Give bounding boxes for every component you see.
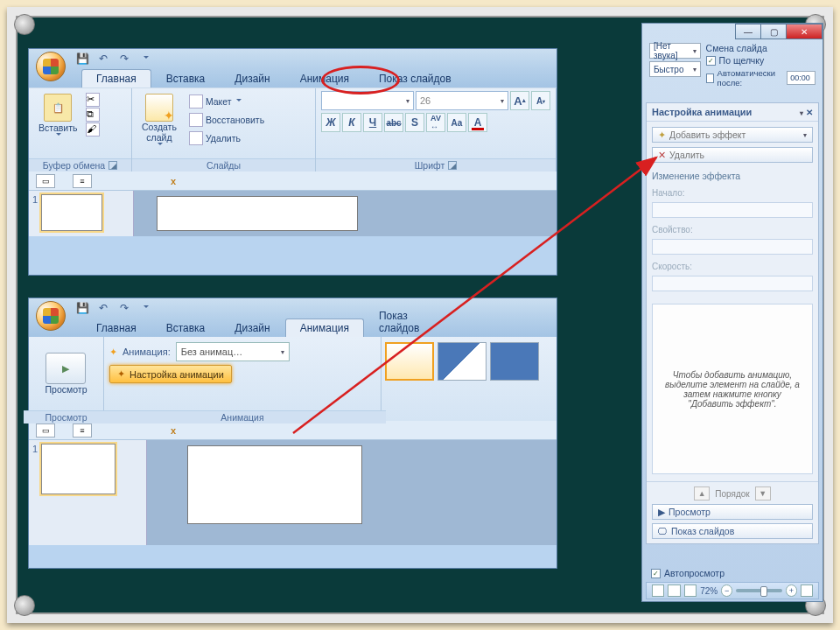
tab-design[interactable]: Дизайн [220, 69, 284, 88]
layout-button[interactable]: Макет [185, 93, 269, 110]
shrink-font-icon[interactable]: A▾ [531, 91, 550, 110]
delete-icon [189, 131, 203, 145]
redo-icon[interactable]: ↷ [116, 51, 132, 66]
transition-fade[interactable] [438, 342, 486, 381]
slide-canvas-2[interactable] [187, 445, 362, 524]
undo-icon[interactable]: ↶ [95, 51, 111, 66]
tab2-slideshow[interactable]: Показ слайдов [364, 306, 443, 337]
layout-icon [189, 94, 203, 108]
pane-dropdown-icon[interactable]: ▾ [800, 109, 803, 117]
char-spacing-icon[interactable]: AV↔ [426, 113, 445, 132]
strike-icon[interactable]: abc [384, 113, 403, 132]
bold-icon[interactable]: Ж [321, 113, 340, 132]
play-button[interactable]: ▶Просмотр [652, 504, 813, 520]
onclick-checkbox[interactable]: ✓ [706, 56, 716, 66]
hint-text: Чтобы добавить анимацию, выделите элемен… [652, 304, 813, 474]
speed-select-2[interactable] [652, 276, 813, 291]
save-icon-2[interactable]: 💾 [74, 300, 90, 316]
outline-close-2[interactable]: x [171, 425, 176, 436]
property-select[interactable] [652, 239, 813, 255]
speed-label: Скорость: [652, 262, 813, 271]
tab-slideshow[interactable]: Показ слайдов [364, 69, 466, 88]
font-size-select[interactable]: 26▾ [416, 91, 508, 110]
zoom-out-button[interactable]: − [721, 584, 732, 597]
underline-icon[interactable]: Ч [363, 113, 382, 132]
outline-view-tab-2[interactable]: ≡ [73, 424, 92, 438]
slides-view-tab-2[interactable]: ▭ [36, 424, 55, 438]
animation-select[interactable]: Без анимац…▾ [176, 342, 290, 361]
reset-icon [189, 113, 203, 127]
grow-font-icon[interactable]: A▴ [510, 91, 529, 110]
cut-icon[interactable]: ✂ [86, 93, 100, 107]
thumb-number: 1 [32, 194, 38, 233]
clipboard-launcher-icon[interactable] [108, 161, 117, 170]
transition-none[interactable] [385, 342, 434, 381]
auto-checkbox[interactable] [706, 74, 714, 83]
zoom-in-button[interactable]: + [786, 584, 797, 597]
slide-change-label: Смена слайда [706, 43, 816, 53]
delete-button[interactable]: Удалить [185, 130, 269, 147]
tab-insert[interactable]: Вставка [151, 69, 220, 88]
normal-view-icon[interactable] [652, 584, 664, 597]
font-color-icon[interactable]: A [468, 113, 487, 132]
preview-button[interactable]: ▶ Просмотр [41, 350, 92, 397]
autopreview-label: Автопросмотр [664, 568, 724, 578]
font-family-select[interactable]: ▾ [321, 91, 414, 110]
slide-thumbnail[interactable] [41, 194, 102, 231]
order-up-button[interactable]: ▲ [694, 486, 710, 500]
tab2-insert[interactable]: Вставка [151, 318, 220, 337]
delete-x-icon: ✕ [658, 150, 666, 160]
add-effect-button[interactable]: ✦Добавить эффект▾ [652, 127, 813, 143]
qat-more-icon[interactable] [137, 51, 153, 66]
office-button[interactable] [36, 52, 66, 81]
fit-view-icon[interactable] [801, 584, 813, 597]
speed-select[interactable]: Быстро▾ [649, 61, 701, 77]
slides-view-tab[interactable]: ▭ [36, 174, 55, 188]
zoom-slider[interactable] [736, 589, 782, 592]
slideshow-view-icon[interactable] [684, 584, 696, 597]
font-launcher-icon[interactable] [448, 161, 457, 170]
save-icon[interactable]: 💾 [74, 51, 90, 66]
format-painter-icon[interactable]: 🖌 [86, 122, 100, 136]
italic-icon[interactable]: К [342, 113, 361, 132]
auto-time-field[interactable]: 00:00 [787, 71, 816, 85]
animation-settings-label: Настройка анимации [130, 369, 224, 380]
animation-settings-button[interactable]: ✦ Настройка анимации [109, 365, 232, 383]
powerpoint-window-upper: 💾 ↶ ↷ Главная Вставка Дизайн Анимация По… [28, 48, 557, 276]
pane-title: Настройка анимации [652, 107, 752, 117]
delete-effect-button[interactable]: ✕Удалить [652, 147, 813, 163]
sorter-view-icon[interactable] [668, 584, 680, 597]
undo-icon-2[interactable]: ↶ [95, 300, 111, 316]
property-label: Свойство: [652, 225, 813, 234]
reset-button[interactable]: Восстановить [185, 111, 269, 129]
tab2-design[interactable]: Дизайн [220, 318, 284, 337]
minimize-button[interactable]: — [735, 24, 761, 39]
preview-icon: ▶ [46, 353, 86, 384]
start-select[interactable] [652, 202, 813, 218]
qat-more-icon-2[interactable] [137, 300, 153, 316]
office-button-2[interactable] [36, 301, 66, 331]
sound-select[interactable]: [Нет звука]▾ [649, 43, 701, 59]
outline-view-tab[interactable]: ≡ [73, 174, 92, 188]
slide-thumbnail-2[interactable] [41, 444, 116, 494]
close-button[interactable]: ✕ [786, 24, 822, 39]
tab2-home[interactable]: Главная [81, 318, 151, 337]
tab2-animation[interactable]: Анимация [285, 318, 364, 337]
transition-wipe[interactable] [490, 342, 539, 381]
tab-animation[interactable]: Анимация [285, 69, 364, 88]
outline-close[interactable]: x [171, 176, 176, 186]
pane-close-icon[interactable]: ✕ [806, 108, 813, 117]
tab-home[interactable]: Главная [81, 69, 151, 88]
new-slide-button[interactable]: ✦ Создать слайд [137, 91, 181, 158]
maximize-button[interactable]: ▢ [760, 24, 787, 39]
change-case-icon[interactable]: Aa [447, 113, 466, 132]
redo-icon-2[interactable]: ↷ [116, 300, 132, 316]
slideshow-button[interactable]: 🖵Показ слайдов [652, 523, 813, 539]
copy-icon[interactable]: ⧉ [86, 108, 100, 122]
autopreview-checkbox[interactable]: ✓ [651, 569, 661, 578]
paste-button[interactable]: 📋 Вставить [34, 91, 82, 158]
order-down-button[interactable]: ▼ [755, 486, 771, 500]
shadow-icon[interactable]: S [405, 113, 424, 132]
clipboard-group-label: Буфер обмена [43, 160, 105, 171]
slide-canvas[interactable] [157, 196, 358, 231]
